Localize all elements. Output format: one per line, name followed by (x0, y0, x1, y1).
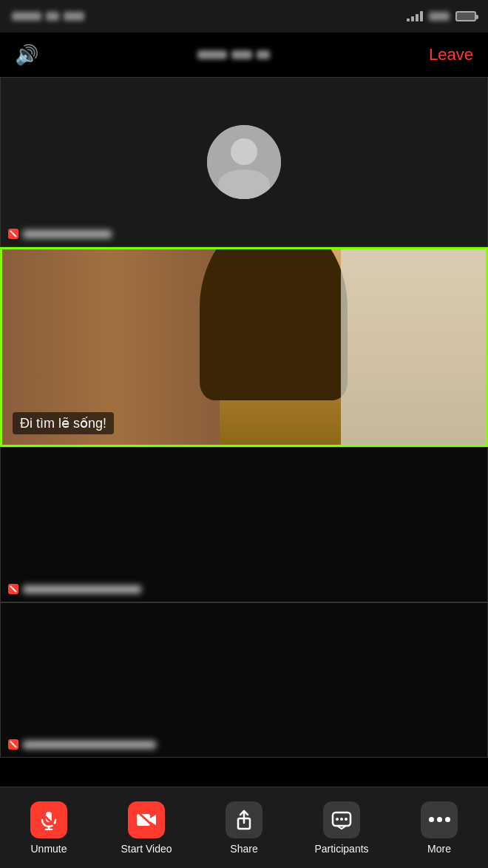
status-indicator (46, 12, 59, 21)
more-dot-2 (437, 817, 442, 822)
svg-point-14 (345, 818, 348, 821)
start-video-button[interactable]: Start Video (113, 801, 180, 855)
signal-bar-3 (416, 14, 418, 21)
meeting-title-blur-2 (231, 50, 252, 59)
name-bar-1 (8, 229, 112, 239)
more-dot-1 (429, 817, 434, 822)
participant-tile-4 (0, 602, 488, 758)
toolbar: Unmute Start Video Share (0, 787, 488, 868)
svg-line-2 (10, 741, 16, 747)
participant-name-blur-4 (23, 741, 156, 749)
avatar-person-1 (207, 125, 281, 199)
start-video-label: Start Video (121, 843, 172, 855)
mic-indicator-1 (8, 229, 18, 239)
battery-icon (455, 11, 476, 21)
person-silhouette (200, 249, 348, 400)
leave-button[interactable]: Leave (429, 45, 473, 64)
more-dot-3 (445, 817, 450, 822)
svg-point-13 (340, 818, 343, 821)
mic-indicator-3 (8, 584, 18, 594)
participant-tile-2: Đi tìm lẽ sống! (0, 247, 488, 447)
top-bar: 🔊 Leave (0, 33, 488, 77)
participants-icon (323, 801, 360, 838)
mic-indicator-4 (8, 739, 18, 750)
share-icon (226, 801, 262, 838)
unmute-button[interactable]: Unmute (16, 801, 82, 855)
time-display (12, 12, 41, 21)
participants-label: Participants (314, 843, 368, 855)
svg-line-0 (10, 231, 16, 237)
subtitle-box: Đi tìm lẽ sống! (13, 412, 114, 434)
participants-button[interactable]: Participants (308, 801, 375, 855)
svg-line-1 (10, 586, 16, 592)
signal-bar-4 (420, 11, 423, 21)
meeting-info (197, 50, 270, 59)
battery-percent (429, 12, 450, 21)
more-icon (421, 801, 458, 838)
meeting-title-blur-1 (197, 50, 227, 59)
avatar-circle-1 (207, 125, 281, 199)
share-label: Share (230, 843, 257, 855)
svg-point-12 (336, 818, 339, 821)
carrier-name (64, 12, 84, 21)
video-grid: Đi tìm lẽ sống! (0, 77, 488, 787)
signal-bar-1 (407, 18, 410, 21)
status-right (407, 11, 476, 21)
more-label: More (427, 843, 451, 855)
status-left (12, 12, 84, 21)
name-bar-4 (8, 739, 156, 750)
volume-icon[interactable]: 🔊 (15, 44, 38, 67)
meeting-title-bar (197, 50, 270, 59)
mic-icon (30, 801, 67, 838)
more-button[interactable]: More (406, 801, 472, 855)
meeting-title-blur-3 (257, 50, 270, 59)
participant-tile-1 (0, 77, 488, 247)
participant-name-blur-3 (23, 585, 141, 593)
status-bar (0, 0, 488, 33)
share-button[interactable]: Share (211, 801, 277, 855)
signal-strength (407, 11, 423, 21)
participant-tile-3 (0, 447, 488, 602)
unmute-label: Unmute (30, 843, 67, 855)
signal-bar-2 (411, 16, 414, 21)
camera-icon (128, 801, 165, 838)
participant-name-blur-1 (23, 230, 112, 238)
name-bar-3 (8, 584, 141, 594)
